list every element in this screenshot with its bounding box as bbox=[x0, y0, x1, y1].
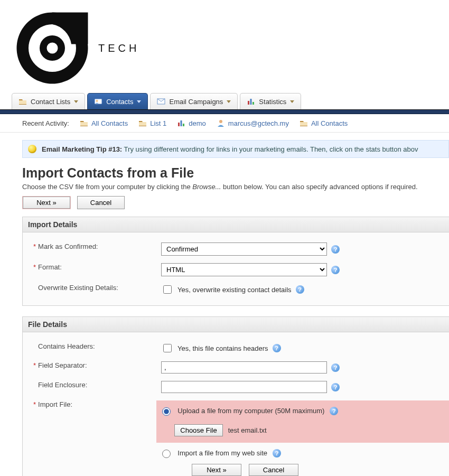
recent-item-user-email[interactable]: marcus@gctech.my bbox=[217, 119, 289, 127]
svg-rect-10 bbox=[183, 124, 184, 126]
chevron-down-icon bbox=[137, 100, 141, 103]
contact-card-icon bbox=[94, 97, 102, 106]
svg-rect-8 bbox=[178, 123, 180, 126]
tab-contact-lists[interactable]: Contact Lists bbox=[12, 93, 85, 109]
field-enclosure-input[interactable] bbox=[161, 381, 327, 393]
cancel-button[interactable]: Cancel bbox=[77, 196, 125, 209]
overwrite-label: *Overwrite Existing Details: bbox=[23, 284, 161, 292]
svg-rect-7 bbox=[252, 102, 254, 105]
tip-body: Try using different wording for links in… bbox=[124, 145, 418, 153]
help-icon[interactable]: ? bbox=[331, 245, 340, 254]
mark-confirmed-label: *Mark as Confirmed: bbox=[23, 242, 161, 250]
user-icon bbox=[217, 119, 225, 127]
tab-label: Email Campaigns bbox=[169, 98, 223, 106]
overwrite-checkbox-label: Yes, overwrite existing contact details bbox=[177, 286, 292, 294]
top-button-row: Next » Cancel bbox=[22, 196, 449, 209]
tip-text: Email Marketing Tip #13: Try using diffe… bbox=[42, 145, 418, 153]
tip-heading: Email Marketing Tip #13: bbox=[42, 145, 122, 153]
svg-rect-9 bbox=[181, 120, 182, 126]
field-enclosure-label: *Field Enclosure: bbox=[23, 381, 161, 389]
nav-strip bbox=[0, 109, 449, 114]
tab-label: Contact Lists bbox=[31, 98, 70, 106]
chevron-down-icon bbox=[74, 100, 78, 103]
help-icon[interactable]: ? bbox=[273, 449, 281, 458]
help-icon[interactable]: ? bbox=[331, 266, 340, 274]
lightbulb-icon bbox=[28, 145, 36, 153]
tab-label: Statistics bbox=[259, 98, 286, 106]
format-label: *Format: bbox=[23, 263, 161, 271]
folder-contact-icon bbox=[18, 97, 27, 106]
upload-option-highlight: Upload a file from my computer (50M maxi… bbox=[156, 400, 449, 443]
help-icon[interactable]: ? bbox=[273, 344, 281, 352]
svg-point-3 bbox=[96, 100, 98, 102]
logo-mark bbox=[13, 8, 92, 88]
page-title: Import Contacts from a File bbox=[22, 165, 449, 181]
file-details-panel: File Details *Contains Headers: Yes, thi… bbox=[22, 316, 449, 476]
panel-header: File Details bbox=[23, 317, 449, 332]
contains-headers-label: *Contains Headers: bbox=[23, 342, 161, 350]
contains-headers-checkbox-label: Yes, this file contains headers bbox=[177, 344, 268, 352]
choose-file-button[interactable]: Choose File bbox=[174, 424, 222, 436]
help-icon[interactable]: ? bbox=[331, 383, 340, 391]
panel-header: Import Details bbox=[23, 217, 449, 232]
field-separator-input[interactable] bbox=[161, 361, 327, 374]
bar-chart-icon bbox=[177, 119, 185, 127]
next-button-bottom[interactable]: Next » bbox=[192, 464, 241, 476]
web-option-label: Import a file from my web site bbox=[177, 449, 267, 457]
svg-rect-6 bbox=[250, 99, 252, 105]
recent-item-label: demo bbox=[189, 119, 206, 127]
upload-option-label: Upload a file from my computer (50M maxi… bbox=[177, 407, 324, 415]
recent-item-label: All Contacts bbox=[311, 119, 348, 127]
folder-contact-icon bbox=[80, 119, 88, 127]
tab-statistics[interactable]: Statistics bbox=[240, 93, 301, 109]
next-button[interactable]: Next » bbox=[23, 197, 70, 209]
help-icon[interactable]: ? bbox=[296, 285, 304, 294]
field-separator-label: *Field Separator: bbox=[23, 361, 161, 369]
recent-activity-bar: Recent Activity: All Contacts List 1 dem… bbox=[0, 114, 449, 133]
brand-name: TECH bbox=[98, 42, 139, 54]
page-description: Choose the CSV file from your computer b… bbox=[22, 183, 449, 191]
mark-confirmed-select[interactable]: Confirmed bbox=[161, 242, 327, 256]
help-icon[interactable]: ? bbox=[331, 363, 340, 372]
bottom-button-row: Next » Cancel bbox=[23, 462, 449, 476]
recent-item-label: List 1 bbox=[150, 119, 166, 127]
chosen-file-name: test email.txt bbox=[228, 426, 267, 434]
format-select[interactable]: HTML bbox=[161, 263, 327, 276]
recent-item-all-contacts[interactable]: All Contacts bbox=[80, 119, 128, 127]
svg-rect-5 bbox=[248, 101, 249, 105]
recent-item-all-contacts-2[interactable]: All Contacts bbox=[300, 119, 348, 127]
recent-item-label: marcus@gctech.my bbox=[228, 119, 289, 127]
folder-contact-icon bbox=[300, 119, 308, 127]
overwrite-checkbox[interactable] bbox=[163, 285, 172, 294]
envelope-icon bbox=[157, 97, 165, 106]
help-icon[interactable]: ? bbox=[330, 407, 338, 415]
recent-item-label: All Contacts bbox=[91, 119, 128, 127]
marketing-tip-box: Email Marketing Tip #13: Try using diffe… bbox=[22, 140, 449, 158]
import-details-panel: Import Details *Mark as Confirmed: Confi… bbox=[22, 217, 449, 306]
next-button-highlight: Next » bbox=[22, 196, 71, 209]
recent-item-list-1[interactable]: List 1 bbox=[138, 119, 166, 127]
upload-from-computer-radio[interactable] bbox=[162, 407, 171, 416]
tab-email-campaigns[interactable]: Email Campaigns bbox=[150, 93, 238, 109]
recent-activity-label: Recent Activity: bbox=[22, 119, 69, 127]
tab-label: Contacts bbox=[106, 98, 133, 106]
main-tabs: Contact Lists Contacts Email Campaigns S… bbox=[12, 93, 449, 109]
folder-contact-icon bbox=[138, 119, 147, 127]
svg-point-1 bbox=[47, 43, 58, 54]
import-from-website-radio[interactable] bbox=[162, 450, 171, 458]
svg-point-11 bbox=[219, 120, 222, 123]
import-file-label: *Import File: bbox=[23, 400, 156, 408]
bar-chart-icon bbox=[247, 97, 255, 106]
cancel-button-bottom[interactable]: Cancel bbox=[249, 464, 298, 476]
recent-item-demo[interactable]: demo bbox=[177, 119, 206, 127]
chevron-down-icon bbox=[227, 100, 231, 103]
contains-headers-checkbox[interactable] bbox=[163, 344, 172, 352]
tab-contacts[interactable]: Contacts bbox=[87, 93, 148, 109]
chevron-down-icon bbox=[290, 100, 294, 103]
logo-area: TECH bbox=[0, 0, 449, 93]
